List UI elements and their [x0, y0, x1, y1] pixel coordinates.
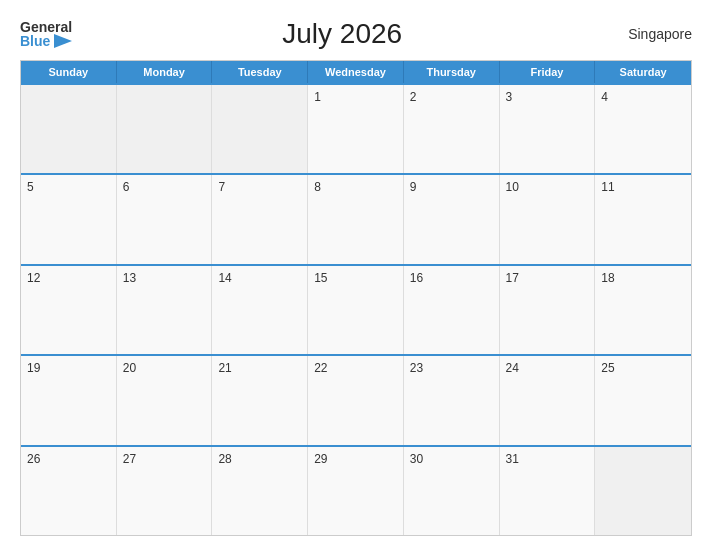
- logo: General Blue: [20, 20, 72, 48]
- cal-cell: 18: [595, 266, 691, 354]
- cal-cell: 13: [117, 266, 213, 354]
- cal-cell: 15: [308, 266, 404, 354]
- cal-cell: 11: [595, 175, 691, 263]
- day-number: 7: [218, 180, 225, 194]
- day-number: 31: [506, 452, 519, 466]
- month-title: July 2026: [72, 18, 612, 50]
- day-number: 15: [314, 271, 327, 285]
- day-number: 30: [410, 452, 423, 466]
- day-number: 5: [27, 180, 34, 194]
- day-number: 22: [314, 361, 327, 375]
- day-number: 1: [314, 90, 321, 104]
- cal-cell: [212, 85, 308, 173]
- day-number: 13: [123, 271, 136, 285]
- location-label: Singapore: [612, 26, 692, 42]
- day-number: 8: [314, 180, 321, 194]
- week-row-5: 262728293031: [21, 445, 691, 535]
- cal-cell: 12: [21, 266, 117, 354]
- cal-cell: 30: [404, 447, 500, 535]
- col-header-tuesday: Tuesday: [212, 61, 308, 83]
- cal-cell: 3: [500, 85, 596, 173]
- logo-text-general: General: [20, 20, 72, 34]
- cal-cell: 7: [212, 175, 308, 263]
- day-number: 25: [601, 361, 614, 375]
- col-header-friday: Friday: [500, 61, 596, 83]
- week-row-2: 567891011: [21, 173, 691, 263]
- day-number: 3: [506, 90, 513, 104]
- cal-cell: 6: [117, 175, 213, 263]
- col-header-sunday: Sunday: [21, 61, 117, 83]
- calendar-weeks: 1234567891011121314151617181920212223242…: [21, 83, 691, 535]
- day-number: 4: [601, 90, 608, 104]
- day-number: 27: [123, 452, 136, 466]
- cal-cell: 29: [308, 447, 404, 535]
- col-header-thursday: Thursday: [404, 61, 500, 83]
- cal-cell: 19: [21, 356, 117, 444]
- cal-cell: 25: [595, 356, 691, 444]
- calendar-grid: SundayMondayTuesdayWednesdayThursdayFrid…: [20, 60, 692, 536]
- cal-cell: [21, 85, 117, 173]
- day-number: 21: [218, 361, 231, 375]
- day-number: 23: [410, 361, 423, 375]
- cal-cell: 2: [404, 85, 500, 173]
- cal-cell: 31: [500, 447, 596, 535]
- cal-cell: 17: [500, 266, 596, 354]
- cal-cell: 26: [21, 447, 117, 535]
- calendar-header-row: SundayMondayTuesdayWednesdayThursdayFrid…: [21, 61, 691, 83]
- week-row-3: 12131415161718: [21, 264, 691, 354]
- cal-cell: 27: [117, 447, 213, 535]
- day-number: 16: [410, 271, 423, 285]
- calendar-page: General Blue July 2026 Singapore SundayM…: [0, 0, 712, 550]
- cal-cell: 16: [404, 266, 500, 354]
- col-header-saturday: Saturday: [595, 61, 691, 83]
- cal-cell: 22: [308, 356, 404, 444]
- cal-cell: 23: [404, 356, 500, 444]
- page-header: General Blue July 2026 Singapore: [20, 18, 692, 50]
- cal-cell: 14: [212, 266, 308, 354]
- cal-cell: 9: [404, 175, 500, 263]
- cal-cell: 24: [500, 356, 596, 444]
- day-number: 6: [123, 180, 130, 194]
- day-number: 10: [506, 180, 519, 194]
- day-number: 12: [27, 271, 40, 285]
- cal-cell: 21: [212, 356, 308, 444]
- day-number: 9: [410, 180, 417, 194]
- day-number: 18: [601, 271, 614, 285]
- logo-flag-icon: [54, 34, 72, 48]
- day-number: 24: [506, 361, 519, 375]
- day-number: 20: [123, 361, 136, 375]
- day-number: 17: [506, 271, 519, 285]
- cal-cell: 8: [308, 175, 404, 263]
- cal-cell: 4: [595, 85, 691, 173]
- col-header-wednesday: Wednesday: [308, 61, 404, 83]
- day-number: 14: [218, 271, 231, 285]
- day-number: 28: [218, 452, 231, 466]
- col-header-monday: Monday: [117, 61, 213, 83]
- cal-cell: 5: [21, 175, 117, 263]
- day-number: 11: [601, 180, 614, 194]
- cal-cell: 1: [308, 85, 404, 173]
- cal-cell: 28: [212, 447, 308, 535]
- week-row-4: 19202122232425: [21, 354, 691, 444]
- day-number: 19: [27, 361, 40, 375]
- logo-text-blue: Blue: [20, 34, 50, 48]
- cal-cell: 10: [500, 175, 596, 263]
- week-row-1: 1234: [21, 83, 691, 173]
- cal-cell: 20: [117, 356, 213, 444]
- svg-marker-0: [54, 34, 72, 48]
- day-number: 2: [410, 90, 417, 104]
- cal-cell: [595, 447, 691, 535]
- day-number: 26: [27, 452, 40, 466]
- cal-cell: [117, 85, 213, 173]
- day-number: 29: [314, 452, 327, 466]
